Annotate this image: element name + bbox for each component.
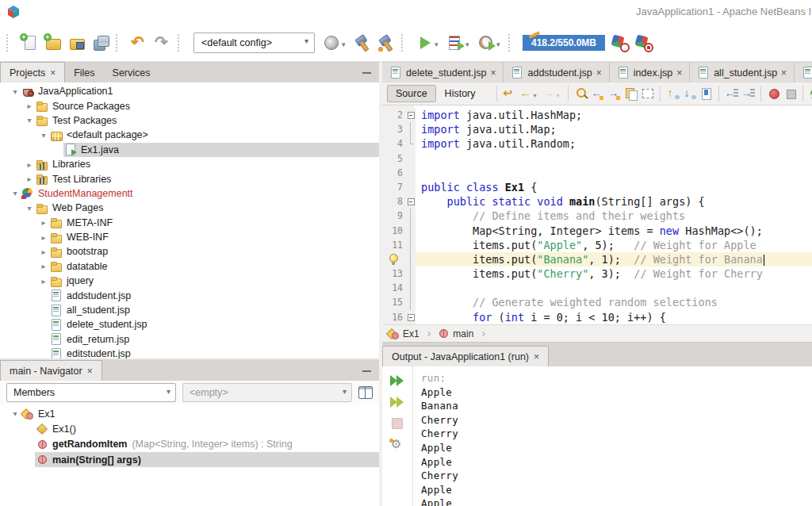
comment-button[interactable]: [802, 86, 812, 102]
dropdown-caret-icon[interactable]: [435, 36, 442, 50]
ant-settings-button[interactable]: [389, 436, 406, 454]
next-bookmark-button[interactable]: [681, 86, 698, 102]
tree-row-test-packages[interactable]: ▾Test Packages: [0, 113, 379, 128]
new-file-button[interactable]: [17, 31, 41, 55]
code-line[interactable]: 6: [382, 166, 812, 180]
tab-projects[interactable]: Projects×: [0, 62, 65, 82]
tree-row-bootstrap[interactable]: ▸bootstrap: [0, 244, 379, 259]
redo-button[interactable]: [151, 31, 174, 55]
rerun-with-different-parameters-button[interactable]: [389, 393, 406, 411]
start-macro-recording-button[interactable]: [760, 86, 782, 102]
toggle-bookmark-button[interactable]: [698, 86, 714, 102]
navigator-row-ex1[interactable]: Ex1(): [0, 421, 379, 436]
tree-row-source-packages[interactable]: ▸Source Packages: [0, 98, 379, 113]
tab-output[interactable]: Output - JavaApplication1 (run) ×: [382, 346, 549, 366]
code-line[interactable]: 4import java.util.Random;: [382, 136, 812, 151]
expand-arrow-icon[interactable]: ▸: [24, 160, 35, 169]
find-selection-button[interactable]: [568, 86, 589, 102]
fold-indicator[interactable]: [406, 281, 416, 295]
sort-by-source-icon[interactable]: [358, 386, 373, 399]
dropdown-caret-icon[interactable]: [496, 36, 504, 50]
toolbar-grip[interactable]: [178, 34, 186, 52]
expand-arrow-icon[interactable]: ▾: [10, 409, 21, 418]
tree-row-all-student-jsp[interactable]: all_student.jsp: [0, 303, 379, 317]
navigator-row-ex1[interactable]: ▾Ex1: [0, 406, 379, 421]
code-line[interactable]: 15 // Generate weighted random selection…: [382, 295, 812, 309]
code-line[interactable]: 9 // Define items and their weights: [382, 209, 812, 223]
code-line[interactable]: 10 Map<String, Integer> items = new Hash…: [382, 224, 812, 238]
tree-row-libraries[interactable]: ▸Libraries: [0, 157, 379, 171]
expand-arrow-icon[interactable]: ▾: [10, 189, 21, 197]
expand-arrow-icon[interactable]: ▸: [24, 102, 35, 110]
shift-line-left-button[interactable]: [718, 86, 740, 102]
code-line[interactable]: 3import java.util.Map;: [382, 122, 812, 136]
minimize-icon[interactable]: [362, 370, 371, 372]
shift-line-right-button[interactable]: [740, 86, 756, 102]
history-view-button[interactable]: History: [436, 85, 485, 102]
clean-and-build-button[interactable]: [374, 31, 398, 55]
close-icon[interactable]: ×: [534, 352, 539, 362]
expand-arrow-icon[interactable]: ▸: [38, 233, 49, 242]
tree-row-addstudent-jsp[interactable]: addstudent.jsp: [0, 288, 379, 302]
inherited-filter-dropdown[interactable]: <empty>: [182, 383, 352, 402]
breadcrumb-item-ex1[interactable]: Ex1: [387, 327, 437, 341]
toolbar-grip[interactable]: [508, 34, 516, 52]
rectangular-selection-button[interactable]: [639, 86, 656, 102]
editor-tab-index-jsp[interactable]: index.jsp×: [610, 63, 690, 82]
expand-arrow-icon[interactable]: ▸: [24, 174, 35, 183]
rerun-button[interactable]: [389, 372, 406, 389]
expand-arrow-icon[interactable]: ▾: [24, 204, 35, 213]
tree-row-meta-inf[interactable]: ▸META-INF: [0, 216, 379, 230]
fold-indicator[interactable]: [406, 252, 416, 266]
expand-arrow-icon[interactable]: ▾: [24, 116, 35, 125]
toolbar-grip[interactable]: [6, 34, 14, 52]
fold-indicator[interactable]: [406, 151, 416, 166]
profile-project-button[interactable]: [474, 31, 505, 55]
close-icon[interactable]: ×: [781, 67, 787, 79]
profiler-stop-button[interactable]: [632, 31, 656, 55]
close-icon[interactable]: ×: [490, 67, 496, 79]
close-icon[interactable]: ×: [676, 67, 682, 79]
code-line[interactable]: 7public class Ex1 {: [382, 180, 812, 194]
back-button[interactable]: [518, 86, 541, 102]
undo-button[interactable]: [127, 31, 151, 55]
new-project-button[interactable]: [41, 31, 65, 55]
fold-indicator[interactable]: [406, 224, 416, 238]
deploy-button[interactable]: [320, 31, 350, 55]
memory-indicator[interactable]: 418.2/550.0MB: [523, 35, 605, 51]
code-line[interactable]: 8 public static void main(String[] args)…: [382, 194, 812, 209]
tree-row-ex1-java[interactable]: Ex1.java: [0, 143, 379, 157]
dropdown-caret-icon[interactable]: [557, 86, 563, 101]
editor-tab-addstudent-jsp[interactable]: addstudent.jsp×: [504, 63, 609, 82]
find-previous-occurrence-button[interactable]: [589, 86, 606, 102]
profiler-snapshot-button[interactable]: [608, 31, 632, 55]
code-line[interactable]: 16 for (int i = 0; i < 10; i++) {: [382, 310, 812, 324]
code-line[interactable]: 2import java.util.HashMap;: [382, 108, 812, 122]
tree-row-datatable[interactable]: ▸datatable: [0, 259, 379, 274]
editor-tab-all-student-jsp[interactable]: all_student.jsp×: [690, 63, 795, 82]
tree-row-studentmanagementt[interactable]: ▾StudentManagementt: [0, 186, 379, 201]
tab-files[interactable]: Files: [65, 63, 103, 82]
stop-macro-recording-button[interactable]: [782, 86, 799, 102]
tree-row-test-libraries[interactable]: ▸Test Libraries: [0, 171, 379, 186]
fold-indicator[interactable]: [406, 209, 416, 223]
fold-indicator[interactable]: [406, 238, 416, 252]
code-line[interactable]: 14: [382, 281, 812, 295]
build-project-button[interactable]: [350, 31, 374, 55]
tree-row-jquery[interactable]: ▸jquery: [0, 274, 379, 288]
tree-row-web-inf[interactable]: ▸WEB-INF: [0, 230, 379, 244]
fold-indicator[interactable]: [406, 295, 416, 309]
breadcrumb-item-main[interactable]: main: [437, 327, 492, 341]
toolbar-grip[interactable]: [401, 34, 409, 52]
fold-indicator[interactable]: [406, 108, 416, 122]
editor-tab-ed[interactable]: ed: [795, 63, 812, 82]
tree-row-web-pages[interactable]: ▾Web Pages: [0, 201, 379, 215]
config-dropdown[interactable]: <default config>: [193, 33, 315, 53]
tree-row-edit-return-jsp[interactable]: edit_return.jsp: [0, 332, 379, 347]
code-line[interactable]: 13 items.put("Cherry", 3); // Weight for…: [382, 266, 812, 281]
code-line[interactable]: 11 items.put("Apple", 5); // Weight for …: [382, 238, 812, 252]
dropdown-caret-icon[interactable]: [534, 86, 540, 101]
fold-indicator[interactable]: [406, 194, 416, 209]
source-view-button[interactable]: Source: [387, 85, 436, 102]
code-line[interactable]: items.put("Banana", 1); // Weight for Ba…: [382, 252, 812, 266]
